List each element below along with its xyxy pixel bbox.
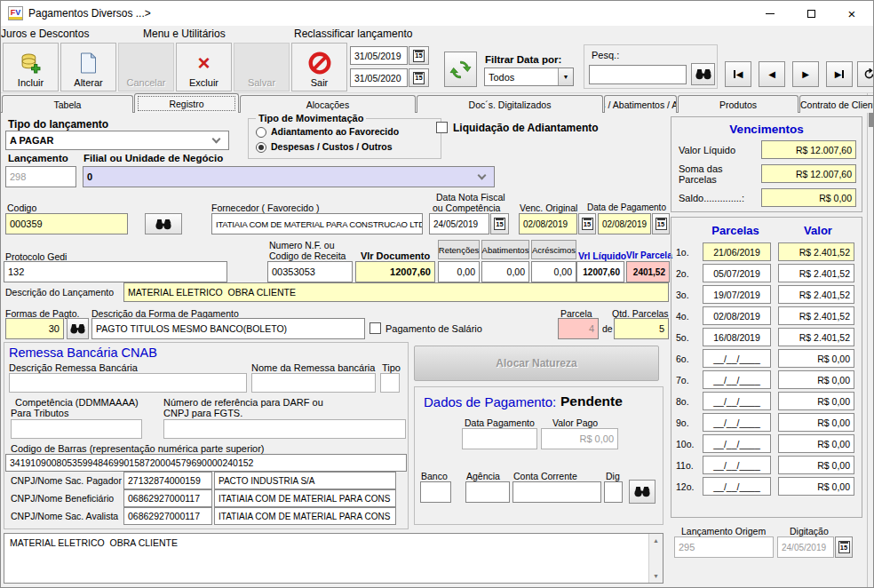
nav-refresh-button[interactable] [857,61,874,87]
parcela-value-field[interactable]: R$ 2.401,52 [778,285,854,304]
vencimentos-row-value[interactable]: R$ 0,00 [761,188,856,207]
codigo-search-button[interactable] [145,213,182,234]
parcela-value-field[interactable]: R$ 2.401,52 [778,264,854,282]
formas-pagto-search-button[interactable] [67,318,89,339]
pagamento-salario-checkbox[interactable] [369,322,381,334]
agencia-field[interactable] [465,481,510,503]
tab[interactable]: Alocações [240,95,416,113]
radio-despesas[interactable] [256,142,266,153]
numero-nf-field[interactable]: 00353053 [267,261,353,282]
observacao-textarea[interactable]: MATERIAL ELETRICO OBRA CLIENTE ▲ ▼ [4,533,663,584]
excluir-button[interactable]: × Excluir [176,43,232,91]
acrescimos-field[interactable]: 0,00 [531,261,576,282]
parcela-date-field[interactable]: 19/07/2019 [703,285,771,304]
parcela-value-field[interactable]: R$ 2.401,52 [778,242,854,261]
data-pagamento-field[interactable]: 02/08/2019 [598,213,651,234]
digitacao-field[interactable]: 24/05/2019 [777,536,834,558]
cnpj-nome-field[interactable]: PACTO INDUSTRIA S/A [214,472,396,489]
parcela-value-field[interactable]: R$ 2.401,52 [778,306,854,325]
parcela-date-field[interactable]: __/__/____ [703,477,771,496]
pesq-search-button[interactable] [691,63,715,85]
parcela-value-field[interactable]: R$ 0,00 [778,413,854,432]
date-to-calendar-button[interactable]: 15 [409,68,429,87]
maximize-button[interactable] [791,1,831,26]
digitacao-calendar-button[interactable]: 15 [835,536,853,558]
parcela-date-field[interactable]: __/__/____ [703,456,771,474]
vencimentos-row-value[interactable]: R$ 12.007,60 [761,164,856,183]
close-button[interactable]: × [831,1,872,26]
tab[interactable]: Contrato de Clientes [799,95,874,113]
minimize-button[interactable] [750,1,791,26]
menu-item[interactable]: Juros e Descontos [1,28,89,40]
nav-first-button[interactable]: ◀ [725,61,751,87]
fornecedor-field[interactable]: ITATIAIA COM DE MATERIAL PARA CONSTRUCAO… [211,213,423,234]
data-nf-field[interactable]: 24/05/2019 [429,213,489,234]
parcela-value-field[interactable]: R$ 0,00 [778,392,854,410]
parcela-value-field[interactable]: R$ 0,00 [778,477,854,496]
protocolo-gedi-field[interactable]: 132 [4,261,227,282]
parcela-date-field[interactable]: __/__/____ [703,392,771,410]
observacao-scrollbar[interactable]: ▲ ▼ [648,534,663,583]
date-from-field[interactable]: 31/05/2019 [350,46,408,65]
desc-forma-pagamento-field[interactable]: PAGTO TITULOS MESMO BANCO(BOLETO) [91,318,365,339]
referencia-darf-field[interactable] [163,419,406,439]
codigo-field[interactable]: 000359 [5,213,128,234]
parcela-value-field[interactable]: R$ 2.401,52 [778,328,854,346]
venc-original-calendar-button[interactable]: 15 [578,213,596,234]
parcela-date-field[interactable]: __/__/____ [703,413,771,432]
parcela-value-field[interactable]: R$ 0,00 [778,370,854,389]
radio-adiantamento[interactable] [256,127,266,138]
acrescimos-header[interactable]: Acréscimos [531,240,576,259]
qtd-parcelas-field[interactable]: 5 [614,318,669,339]
valor-pago-field[interactable]: R$ 0,00 [541,428,618,449]
menu-item[interactable]: Menu e Utilitários [143,28,226,40]
parcela-value-field[interactable]: R$ 0,00 [778,434,854,453]
vlr-documento-field[interactable]: 12007,60 [355,261,435,282]
tab[interactable]: Retenções / Abatimentos / Acréscimos [604,95,677,113]
venc-original-field[interactable]: 02/08/2019 [519,213,577,234]
lancamento-origem-field[interactable]: 295 [674,536,774,558]
pesq-input[interactable] [589,65,687,84]
parcela-date-field[interactable]: 21/06/2019 [703,242,771,261]
parcela-date-field[interactable]: 05/07/2019 [703,264,771,282]
cnpj-field[interactable]: 06862927000117 [123,507,212,525]
tipo-lancamento-select[interactable]: A PAGAR [5,131,229,150]
banco-field[interactable] [420,481,451,503]
competencia-field[interactable] [11,419,142,439]
parcela-date-field[interactable]: 02/08/2019 [703,306,771,325]
cnpj-nome-field[interactable]: ITATIAIA COM DE MATERIAL PARA CONS [214,507,396,525]
scroll-up-icon[interactable]: ▲ [649,534,663,547]
cnpj-nome-field[interactable]: ITATIAIA COM DE MATERIAL PARA CONS [214,489,396,507]
filtrar-data-select[interactable]: Todos ▼ [484,68,574,86]
parcela-field[interactable]: 4 [558,318,599,339]
data-pagamento-calendar-button[interactable]: 15 [652,213,670,234]
vlr-parcela-field[interactable]: 2401,52 [626,261,670,282]
refresh-button[interactable] [444,52,477,87]
tab[interactable]: Tabela [2,95,133,113]
liquidacao-checkbox[interactable] [436,122,448,133]
cnpj-field[interactable]: 06862927000117 [123,489,212,507]
filial-select[interactable]: 0 [83,166,495,187]
codigo-barras-field[interactable]: 3419109008053599484699015872000457969000… [5,454,407,472]
parcela-date-field[interactable]: 16/08/2019 [703,328,771,346]
parcela-date-field[interactable]: __/__/____ [703,370,771,389]
tab[interactable]: Doc´s. Digitalizados [417,95,603,113]
banco-search-button[interactable] [629,480,656,504]
tab[interactable]: Registro [134,93,239,113]
formas-pagto-field[interactable]: 30 [5,318,64,339]
vencimentos-row-value[interactable]: R$ 12.007,60 [761,140,856,159]
tab[interactable]: Produtos [678,95,799,113]
retencoes-header[interactable]: Retenções [438,240,480,259]
date-from-calendar-button[interactable]: 15 [409,46,429,65]
data-nf-calendar-button[interactable]: 15 [490,213,509,234]
conta-corrente-field[interactable] [512,481,601,503]
lancamento-field[interactable]: 298 [5,166,76,187]
retencoes-field[interactable]: 0,00 [438,261,480,282]
parcela-value-field[interactable]: R$ 0,00 [778,349,854,368]
parcela-date-field[interactable]: __/__/____ [703,349,771,368]
cnpj-field[interactable]: 27132874000159 [123,472,212,489]
dig-field[interactable] [604,481,623,503]
tipo-remessa-field[interactable] [380,373,400,393]
nav-last-button[interactable]: ▶ [826,61,853,87]
scroll-down-icon[interactable]: ▼ [649,569,663,583]
